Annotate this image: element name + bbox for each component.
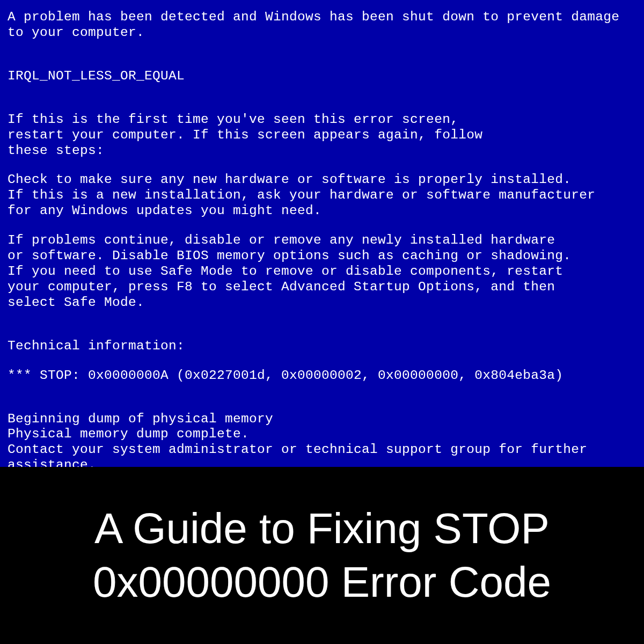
bsod-dump-complete: Physical memory dump complete. (8, 427, 636, 442)
bsod-stop-code: *** STOP: 0x0000000A (0x0227001d, 0x0000… (8, 368, 636, 384)
bsod-dump-begin: Beginning dump of physical memory (8, 412, 636, 427)
bsod-check-hardware-text: Check to make sure any new hardware or s… (8, 172, 636, 219)
article-title: A Guide to Fixing STOP 0x00000000 Error … (21, 502, 623, 609)
bsod-contact-support: Contact your system administrator or tec… (8, 442, 636, 467)
bsod-error-name: IRQL_NOT_LESS_OR_EQUAL (8, 69, 636, 84)
bsod-first-time-text: If this is the first time you've seen th… (8, 112, 636, 159)
caption-bar: A Guide to Fixing STOP 0x00000000 Error … (0, 467, 644, 644)
bsod-screen: A problem has been detected and Windows … (0, 0, 644, 467)
bsod-technical-info-label: Technical information: (8, 339, 636, 354)
bsod-problems-continue-text: If problems continue, disable or remove … (8, 233, 636, 311)
bsod-intro: A problem has been detected and Windows … (8, 10, 636, 41)
